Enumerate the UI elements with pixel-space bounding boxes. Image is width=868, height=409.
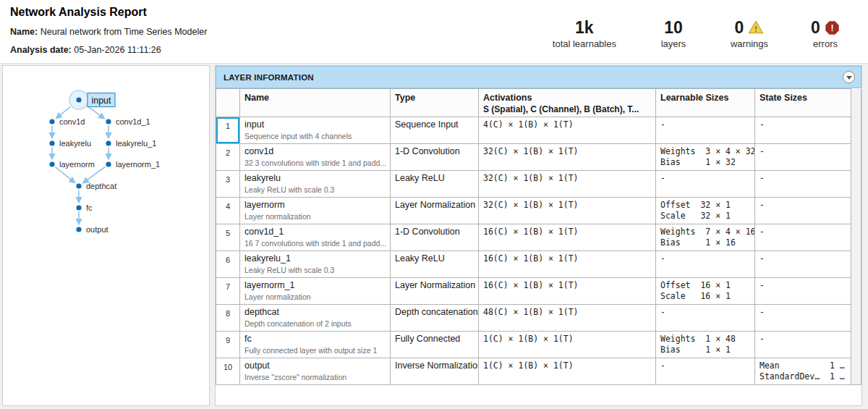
learnable-sizes-cell: - <box>656 305 755 332</box>
diagram-node-output[interactable]: output <box>76 225 108 234</box>
diagram-node-leakyrelu_1[interactable]: leakyrelu_1 <box>106 139 156 148</box>
layer-row-leakyrelu_1[interactable]: 6leakyrelu_1Leaky ReLU with scale 0.3Lea… <box>216 251 861 278</box>
activations-cell: 16(C) × 1(B) × 1(T) <box>479 224 656 251</box>
diagram-node-depthcat[interactable]: depthcat <box>76 182 116 190</box>
layer-name-cell: fcFully connected layer with output size… <box>240 332 391 358</box>
layer-information-header: LAYER INFORMATION <box>216 66 861 88</box>
stat-total-learnables: 1k total learnables <box>553 19 616 49</box>
report-header: Network Analysis Report Name: Neural net… <box>0 0 868 64</box>
learnable-sizes-cell: Offset 32 × 1 Scale 32 × 1 <box>656 198 755 224</box>
row-number-cell: 10 <box>216 358 240 385</box>
diagram-node-input[interactable]: input <box>69 90 115 109</box>
column-header-activations: Activations S (Spatial), C (Channel), B … <box>479 89 656 117</box>
state-sizes-cell: - <box>755 198 851 224</box>
diagram-node-conv1d[interactable]: conv1d <box>49 117 85 126</box>
row-number-cell: 1 <box>216 117 240 144</box>
diagram-node-layernorm_1[interactable]: layernorm_1 <box>106 160 160 169</box>
row-number-cell: 9 <box>216 332 240 358</box>
layer-row-layernorm[interactable]: 4layernormLayer normalizationLayer Norma… <box>216 198 861 224</box>
layer-row-output[interactable]: 10outputInverse "zscore" normalizationIn… <box>216 358 861 385</box>
table-filler-cell <box>851 251 861 278</box>
state-sizes-cell: - <box>755 117 851 144</box>
table-filler-cell <box>851 278 861 305</box>
node-dot <box>76 227 81 232</box>
layer-name-cell: depthcatDepth concatenation of 2 inputs <box>240 305 391 332</box>
table-filler-cell <box>851 171 861 198</box>
layer-information-panel: LAYER INFORMATION Name Type Activ <box>215 65 862 406</box>
layer-row-conv1d_1[interactable]: 5conv1d_116 7 convolutions with stride 1… <box>216 224 861 251</box>
layer-name-cell: leakyrelu_1Leaky ReLU with scale 0.3 <box>240 251 391 278</box>
collapse-panel-button[interactable] <box>843 71 855 83</box>
layer-type-cell: Sequence Input <box>391 117 479 144</box>
node-label: output <box>86 225 109 234</box>
table-filler-cell <box>851 144 861 171</box>
column-header-type: Type <box>391 89 479 117</box>
learnable-sizes-cell: Weights 3 × 4 × 32 Bias 1 × 32 <box>656 144 755 171</box>
summary-stats: 1k total learnables 10 layers 0 ! warnin… <box>553 19 843 49</box>
date-value: 05-Jan-2026 11:11:26 <box>74 45 161 55</box>
column-header-learnable-sizes: Learnable Sizes <box>656 89 755 117</box>
node-dot <box>106 140 111 146</box>
learnable-sizes-cell: - <box>656 117 755 144</box>
network-diagram-panel: inputconv1dconv1d_1leakyreluleakyrelu_1l… <box>2 65 210 406</box>
activations-cell: 48(C) × 1(B) × 1(T) <box>479 305 656 332</box>
activations-cell: 16(C) × 1(B) × 1(T) <box>479 278 656 305</box>
activations-cell: 16(C) × 1(B) × 1(T) <box>479 251 656 278</box>
node-label: layernorm <box>59 160 95 169</box>
row-number-cell: 7 <box>216 278 240 305</box>
state-sizes-cell: Mean 1 … StandardDev… 1 … <box>755 358 851 385</box>
warning-icon: ! <box>748 20 764 35</box>
layer-row-depthcat[interactable]: 8depthcatDepth concatenation of 2 inputs… <box>216 305 861 332</box>
layer-name-cell: outputInverse "zscore" normalization <box>240 358 391 385</box>
layer-type-cell: Depth concatenation <box>391 305 479 332</box>
diagram-node-fc[interactable]: fc <box>76 203 93 212</box>
name-label: Name: <box>10 27 38 37</box>
table-filler-cell <box>851 117 861 144</box>
learnable-sizes-cell: - <box>656 251 755 278</box>
node-label: input <box>91 96 111 106</box>
diagram-edge-input-conv1d <box>56 106 71 118</box>
network-diagram[interactable]: inputconv1dconv1d_1leakyreluleakyrelu_1l… <box>3 66 209 405</box>
layer-row-fc[interactable]: 9fcFully connected layer with output siz… <box>216 332 861 358</box>
activations-cell: 4(C) × 1(B) × 1(T) <box>479 117 656 144</box>
row-number-cell: 4 <box>216 198 240 224</box>
node-dot <box>49 161 54 166</box>
layer-row-conv1d[interactable]: 2conv1d32 3 convolutions with stride 1 a… <box>216 144 861 171</box>
layer-row-leakyrelu[interactable]: 3leakyreluLeaky ReLU with scale 0.3Leaky… <box>216 171 861 198</box>
activations-cell: 1(C) × 1(B) × 1(T) <box>479 332 656 358</box>
state-sizes-cell: - <box>755 171 851 198</box>
diagram-edge-layernorm_1-depthcat <box>83 166 106 182</box>
layer-row-layernorm_1[interactable]: 7layernorm_1Layer normalizationLayer Nor… <box>216 278 861 305</box>
layer-information-title: LAYER INFORMATION <box>224 73 843 82</box>
layer-type-cell: Leaky ReLU <box>391 171 479 198</box>
column-header-name: Name <box>240 89 391 117</box>
diagram-edge-layernorm-depthcat <box>55 166 75 182</box>
layer-type-cell: Fully Connected <box>391 332 479 358</box>
layer-name-cell: layernorm_1Layer normalization <box>240 278 391 305</box>
learnable-sizes-cell: - <box>656 171 755 198</box>
diagram-edge-input-conv1d_1 <box>88 106 104 119</box>
node-label: fc <box>86 203 93 212</box>
learnable-sizes-cell: - <box>656 358 755 385</box>
node-dot <box>106 161 111 166</box>
node-dot <box>76 97 81 102</box>
learnable-sizes-cell: Weights 7 × 4 × 16 Bias 1 × 16 <box>656 224 755 251</box>
node-dot <box>49 119 54 124</box>
node-dot <box>76 183 81 188</box>
node-label: leakyrelu <box>59 139 91 148</box>
diagram-node-conv1d_1[interactable]: conv1d_1 <box>106 117 150 126</box>
layer-type-cell: Layer Normalization <box>391 198 479 224</box>
activations-cell: 1(C) × 1(B) × 1(T) <box>479 358 656 385</box>
activations-cell: 32(C) × 1(B) × 1(T) <box>479 198 656 224</box>
diagram-node-leakyrelu[interactable]: leakyrelu <box>49 139 91 148</box>
node-dot <box>106 119 111 124</box>
table-filler-column <box>851 89 861 117</box>
state-sizes-cell: - <box>755 224 851 251</box>
layer-row-input[interactable]: 1inputSequence input with 4 channelsSequ… <box>216 117 861 144</box>
activations-cell: 32(C) × 1(B) × 1(T) <box>479 171 656 198</box>
row-number-cell: 5 <box>216 224 240 251</box>
learnable-sizes-cell: Weights 1 × 48 Bias 1 × 1 <box>656 332 755 358</box>
table-filler-cell <box>851 305 861 332</box>
node-label: conv1d_1 <box>116 117 150 126</box>
layer-type-cell: 1-D Convolution <box>391 144 479 171</box>
